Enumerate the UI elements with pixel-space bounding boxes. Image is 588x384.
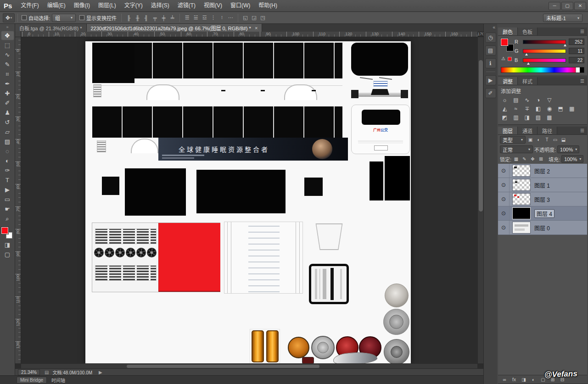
fill-dropdown[interactable]: 100%▾	[561, 155, 583, 163]
horizontal-ruler[interactable]: 0102030405060708090100110120130140150160…	[21, 31, 477, 37]
quick-mask-icon[interactable]: ◨	[1, 240, 14, 250]
quick-selection-tool[interactable]: ✎	[1, 60, 14, 69]
align-left-icon[interactable]: ╟	[125, 14, 133, 22]
document-canvas[interactable]: 全球健康睡眠资源整合者 广州公交	[85, 41, 411, 363]
black-white-icon[interactable]: ◧	[534, 105, 543, 112]
slider-thumb-icon[interactable]	[527, 62, 530, 65]
menu-select[interactable]: 选择(S)	[147, 0, 174, 11]
marquee-tool[interactable]: ⬚	[1, 40, 14, 50]
pixel-filter-icon[interactable]: ▣	[527, 137, 534, 142]
document-tab-active[interactable]: 2230df291506dcf1d6bb32301a2bfa79.jpeg @ …	[87, 24, 263, 32]
blur-tool[interactable]: ◌	[1, 146, 14, 156]
panel-foreground-swatch[interactable]	[501, 39, 508, 46]
levels-icon[interactable]: ▤	[511, 96, 520, 104]
threshold-icon[interactable]: ◨	[523, 113, 532, 121]
crop-tool[interactable]: ⌗	[1, 69, 14, 79]
vertical-ruler[interactable]: 0102030405060708090100110120130	[15, 37, 21, 363]
photo-filter-icon[interactable]: ◉	[545, 105, 554, 112]
channel-slider-b[interactable]	[523, 58, 566, 62]
channel-slider-g[interactable]	[523, 49, 566, 53]
auto-select-checkbox[interactable]	[22, 15, 27, 20]
lock-transparency-icon[interactable]: ▦	[513, 156, 520, 161]
panel-menu-icon[interactable]: ☰	[577, 77, 587, 85]
minimize-icon[interactable]: ─	[549, 2, 560, 10]
exposure-icon[interactable]: ◑	[534, 96, 543, 104]
eraser-tool[interactable]: ▱	[1, 127, 14, 137]
hue-saturation-icon[interactable]: ≈	[511, 105, 520, 112]
channel-slider-r[interactable]	[523, 40, 566, 44]
tab-color[interactable]: 颜色	[498, 28, 518, 35]
actions-panel-icon[interactable]: ▶	[485, 75, 496, 85]
smart-object-filter-icon[interactable]: ⬓	[560, 137, 567, 142]
mini-bridge-tab[interactable]: Mini Bridge	[17, 377, 47, 384]
layer-row[interactable]: ⊙ 图层 2	[498, 164, 587, 178]
menu-view[interactable]: 视图(V)	[200, 0, 226, 11]
eyedropper-tool[interactable]: ✒	[1, 79, 14, 89]
panel-menu-icon[interactable]: ☰	[577, 127, 587, 134]
clone-stamp-tool[interactable]: ♟	[1, 108, 14, 117]
tab-swatches[interactable]: 色板	[518, 28, 538, 35]
healing-brush-tool[interactable]: ✚	[1, 89, 14, 98]
layer-thumbnail[interactable]	[512, 179, 531, 191]
shape-filter-icon[interactable]: ▭	[552, 137, 559, 142]
move-tool[interactable]: ✥	[1, 31, 14, 40]
lock-pixels-icon[interactable]: ✎	[521, 156, 528, 161]
layer-thumbnail[interactable]	[512, 193, 531, 205]
layer-name[interactable]: 图层 4	[534, 209, 554, 218]
tab-channels[interactable]: 通道	[518, 127, 538, 134]
align-center-h-icon[interactable]: ╫	[134, 14, 141, 22]
invert-icon[interactable]: ◩	[500, 113, 509, 121]
horizontal-scrollbar[interactable]	[21, 363, 477, 368]
status-options-arrow-icon[interactable]: ▶	[99, 370, 102, 375]
ruler-corner[interactable]	[15, 31, 21, 37]
opacity-dropdown[interactable]: 100%▾	[557, 145, 579, 153]
tab-styles[interactable]: 样式	[518, 77, 538, 85]
vertical-scrollbar-thumb[interactable]	[479, 60, 483, 211]
blend-mode-dropdown[interactable]: 正常▾	[500, 145, 533, 153]
adjustment-layer-icon[interactable]: ◐	[531, 377, 536, 382]
workspace-switcher[interactable]: 未标题-1▾	[543, 14, 582, 22]
info-panel-icon[interactable]: ℹ	[485, 58, 496, 68]
tab-layers[interactable]: 图层	[498, 127, 518, 134]
align-middle-icon[interactable]: ╪	[160, 14, 168, 22]
tab-adjustments[interactable]: 调整	[498, 77, 518, 85]
gamut-warning-icon[interactable]: ⚠	[501, 56, 505, 61]
layer-name[interactable]: 图层 2	[534, 167, 550, 175]
layer-name[interactable]: 图层 1	[534, 181, 550, 189]
lasso-tool[interactable]: ∿	[1, 50, 14, 60]
auto-select-dropdown[interactable]: 组▾	[52, 14, 76, 22]
tab-paths[interactable]: 路径	[538, 127, 557, 134]
align-bottom-icon[interactable]: ╧	[168, 14, 176, 22]
menu-edit[interactable]: 编辑(E)	[43, 0, 70, 11]
channel-value-r[interactable]: 252	[569, 39, 584, 45]
layer-thumbnail[interactable]	[512, 165, 531, 177]
layer-row[interactable]: ⊙ 图层 0	[498, 221, 587, 235]
gradient-map-icon[interactable]: ▧	[534, 113, 543, 121]
history-brush-tool[interactable]: ↺	[1, 117, 14, 127]
zoom-tool[interactable]: ⌕	[1, 214, 14, 223]
lock-position-icon[interactable]: ✥	[529, 156, 536, 161]
shape-tool[interactable]: ▭	[1, 195, 14, 204]
menu-image[interactable]: 图像(I)	[70, 0, 94, 11]
lock-all-icon[interactable]: ⊠	[538, 156, 544, 161]
distribute-top-icon[interactable]: ☰	[183, 14, 191, 22]
3d-mode-icon-1[interactable]: ◱	[241, 14, 249, 22]
current-tool-icon[interactable]: ✥▾	[3, 13, 15, 22]
horizontal-scrollbar-thumb[interactable]	[127, 365, 319, 368]
layer-row[interactable]: ⊙ 图层 3	[498, 192, 587, 206]
history-panel-icon[interactable]: ◷	[485, 33, 496, 43]
spectrum-black-chip[interactable]	[580, 67, 584, 72]
zoom-level-field[interactable]: 21.34%	[18, 369, 40, 375]
expand-icon[interactable]: ▽	[545, 96, 554, 104]
align-right-icon[interactable]: ╢	[142, 14, 150, 22]
distribute-right-icon[interactable]: ⋯	[227, 14, 235, 22]
channel-mixer-icon[interactable]: ⬒	[556, 105, 565, 112]
menu-help[interactable]: 帮助(H)	[254, 0, 281, 11]
curves-icon[interactable]: ∿	[523, 96, 532, 104]
menu-window[interactable]: 窗口(W)	[226, 0, 254, 11]
spectrum-white-chip[interactable]	[576, 67, 580, 72]
brush-panel-icon[interactable]: ✐	[485, 88, 496, 98]
foreground-color-swatch[interactable]	[1, 227, 8, 234]
adjustment-filter-icon[interactable]: ◐	[535, 137, 542, 142]
document-tab[interactable]: 白板.tga @ 21.3%(RGB/8) *	[15, 24, 87, 32]
